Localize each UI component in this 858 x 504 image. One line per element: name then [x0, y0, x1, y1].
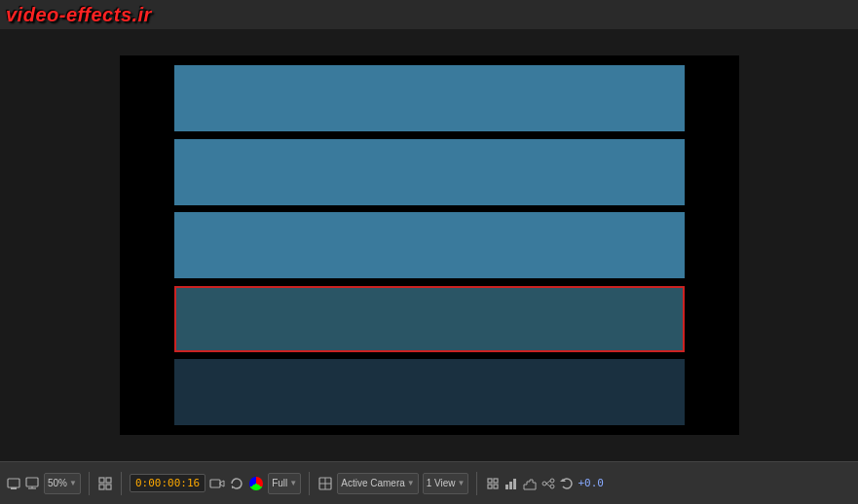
- viewer-icon[interactable]: [6, 476, 21, 491]
- svg-rect-20: [509, 482, 512, 489]
- svg-rect-16: [494, 479, 498, 483]
- svg-rect-6: [106, 478, 111, 483]
- viewer-container: [0, 29, 858, 461]
- bar-row-3: [174, 212, 685, 278]
- bar-row-2: [174, 139, 685, 205]
- svg-line-25: [546, 481, 550, 484]
- zoom-chevron-icon: ▼: [69, 479, 77, 487]
- zoom-dropdown[interactable]: 50% ▼: [44, 473, 81, 494]
- divider-3: [309, 472, 310, 495]
- view-label: 1 View: [427, 478, 456, 488]
- view-dropdown[interactable]: 1 View ▼: [423, 473, 469, 494]
- divider-4: [476, 472, 477, 495]
- svg-line-26: [546, 484, 550, 486]
- monitor-icon[interactable]: [24, 476, 40, 491]
- canvas-area: [120, 55, 739, 435]
- svg-point-24: [550, 485, 554, 488]
- svg-rect-5: [99, 478, 104, 483]
- fit-icon[interactable]: [485, 476, 501, 491]
- svg-rect-0: [8, 479, 19, 487]
- divider-2: [121, 472, 122, 495]
- svg-rect-17: [488, 485, 492, 488]
- svg-point-22: [542, 482, 546, 486]
- svg-rect-7: [99, 485, 104, 489]
- watermark: video-effects.ir: [6, 4, 152, 26]
- color-icon[interactable]: [248, 476, 264, 491]
- svg-rect-15: [488, 479, 492, 483]
- toolbar-left: [6, 476, 40, 491]
- expand-icon[interactable]: [97, 476, 113, 491]
- camera-icon[interactable]: [209, 476, 225, 491]
- refresh-icon[interactable]: [229, 476, 244, 491]
- svg-rect-1: [11, 487, 17, 489]
- histogram-icon[interactable]: [522, 476, 538, 491]
- svg-rect-18: [494, 485, 498, 488]
- toolbar: 50% ▼ 0:00:00:16 Full ▼: [0, 461, 858, 504]
- grid-icon[interactable]: [317, 476, 333, 491]
- svg-rect-9: [210, 480, 220, 487]
- svg-rect-2: [26, 478, 38, 486]
- quality-value: Full: [272, 478, 287, 488]
- toolbar-right: +0.0: [485, 476, 604, 491]
- zoom-value: 50%: [48, 478, 67, 488]
- time-display[interactable]: 0:00:00:16: [130, 474, 205, 492]
- svg-marker-10: [220, 481, 224, 486]
- svg-rect-19: [505, 485, 508, 489]
- bar-row-4[interactable]: [174, 286, 685, 352]
- quality-chevron-icon: ▼: [289, 479, 297, 487]
- rgb-dot: [249, 477, 263, 490]
- nodes-icon[interactable]: [541, 476, 556, 491]
- svg-rect-8: [106, 485, 111, 489]
- bar-row-1: [174, 65, 685, 131]
- bar-row-5: [174, 359, 685, 425]
- chart-icon[interactable]: [504, 476, 519, 491]
- refresh2-icon[interactable]: [559, 476, 575, 491]
- view-chevron-icon: ▼: [458, 479, 466, 487]
- svg-rect-21: [513, 479, 516, 489]
- svg-point-23: [550, 479, 554, 483]
- camera-chevron-icon: ▼: [407, 479, 415, 487]
- divider-1: [89, 472, 90, 495]
- active-camera-dropdown[interactable]: Active Camera ▼: [337, 473, 419, 494]
- active-camera-label: Active Camera: [341, 478, 405, 488]
- quality-dropdown[interactable]: Full ▼: [268, 473, 301, 494]
- offset-value: +0.0: [578, 477, 604, 489]
